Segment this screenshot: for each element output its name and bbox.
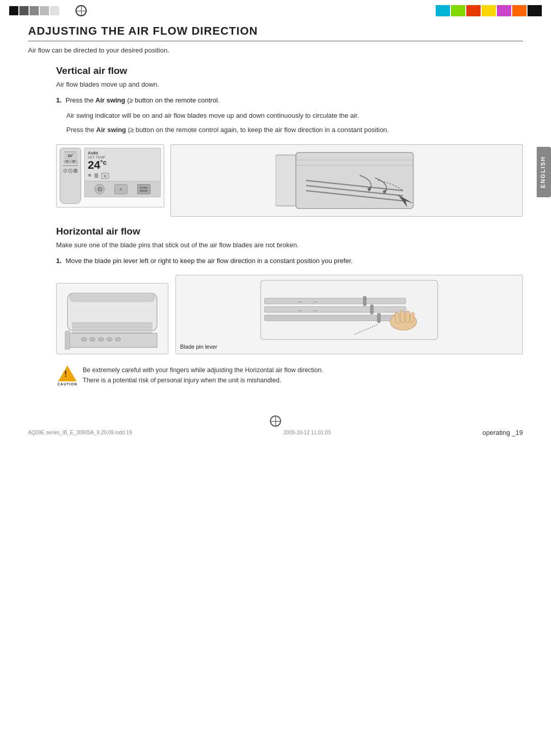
remote-display-panel: Auto SET TEMP 24°c ❄ ||| ≡ ⏻ ≡ TurboMode [84, 148, 161, 198]
ac-unit-svg [61, 289, 163, 350]
bottom-reg-mark [0, 411, 551, 429]
horiz-step-number: 1. [56, 257, 62, 265]
svg-point-19 [107, 337, 112, 341]
remote-top-display: Auto SET TEMP 24°c ❄ ||| ≡ [85, 148, 160, 182]
svg-rect-11 [72, 323, 153, 325]
horiz-step-text: Move the blade pin lever left or right t… [65, 257, 353, 265]
footer-date: 2009-10-12 11:01:03 [284, 430, 331, 435]
svg-rect-25 [264, 315, 406, 321]
horizontal-step1: 1. Move the blade pin lever left or righ… [56, 256, 523, 266]
svg-rect-26 [363, 297, 366, 306]
color-bar [436, 5, 542, 16]
caution-triangle [58, 366, 77, 381]
ac-unit-illustration [56, 283, 168, 354]
vertical-step1: 1. Press the Air swing (≥ button on the … [56, 95, 523, 106]
caution-word: CAUTION [58, 382, 78, 386]
svg-text:→: → [312, 306, 318, 314]
airflow-blade-illustration [170, 144, 523, 217]
svg-rect-32 [406, 311, 410, 323]
svg-point-20 [115, 337, 121, 341]
language-tab: ENGLISH [537, 147, 551, 197]
blade-pin-illustration: ← → ← → Blade pin lever [176, 275, 523, 354]
vertical-note1: Air swing indicator will be on and air f… [66, 111, 523, 121]
power-btn[interactable]: ⏻ [94, 184, 105, 194]
air-swing-bold2: Air swing [96, 126, 127, 134]
svg-rect-27 [370, 305, 373, 314]
svg-rect-21 [65, 331, 70, 350]
remote-control-illustration: 24° T [60, 148, 81, 204]
caution-icon: CAUTION [56, 366, 79, 386]
remote-bottom-buttons: ⏻ ≡ TurboMode [85, 181, 160, 197]
airflow-svg [276, 150, 418, 211]
air-swing-bold: Air swing [95, 96, 126, 104]
remote-panel: 24° T [56, 144, 164, 207]
vertical-section-desc: Air flow blades move up and down. [56, 81, 523, 88]
temp-display: 24°c [88, 159, 157, 172]
svg-rect-13 [72, 329, 153, 332]
page-content: ENGLISH ADJUSTING THE AIR FLOW DIRECTION… [0, 24, 551, 411]
top-bar [0, 0, 551, 19]
step-text: Press the Air swing (≥ button on the rem… [65, 96, 219, 104]
svg-point-18 [98, 337, 104, 341]
svg-rect-10 [70, 294, 155, 302]
svg-rect-0 [276, 155, 296, 206]
caution-box: CAUTION Be extremely careful with your f… [56, 366, 523, 386]
svg-point-17 [90, 337, 95, 341]
registration-mark-top-center [76, 5, 87, 16]
vertical-note2: Press the Air swing (≥ button on the rem… [66, 125, 523, 135]
vertical-images: 24° T [56, 144, 523, 217]
horizontal-section-desc: Make sure one of the blade pins that sti… [56, 241, 523, 249]
horizontal-images: ← → ← → Blade pin lever [56, 275, 523, 354]
blade-pin-svg: ← → ← → [180, 279, 518, 341]
svg-point-16 [81, 337, 87, 341]
page-title: ADJUSTING THE AIR FLOW DIRECTION [28, 24, 523, 41]
horizontal-section-title: Horizontal air flow [56, 226, 523, 237]
svg-rect-12 [72, 326, 153, 328]
svg-rect-23 [264, 298, 406, 304]
vertical-section-title: Vertical air flow [56, 65, 523, 76]
auto-label: Auto [88, 150, 157, 155]
reg-marks-left [9, 5, 87, 16]
svg-text:←: ← [297, 306, 304, 314]
svg-text:←: ← [297, 298, 304, 305]
svg-rect-31 [400, 310, 405, 323]
swing-btn[interactable]: ≡ [114, 184, 128, 194]
svg-rect-24 [264, 307, 406, 312]
footer-doc-info: AQ09E series_IB_E_30905A_9.29.09.indd 19 [28, 430, 132, 435]
svg-text:→: → [312, 298, 318, 305]
page-number: operating _19 [482, 429, 523, 436]
step-number: 1. [56, 96, 62, 104]
svg-rect-15 [67, 333, 157, 348]
turbo-btn[interactable]: TurboMode [137, 184, 151, 194]
svg-rect-28 [378, 314, 381, 323]
caution-text: Be extremely careful with your fingers w… [83, 366, 323, 385]
page-subtitle: Air flow can be directed to your desired… [28, 46, 523, 54]
blade-pin-label: Blade pin lever [180, 344, 518, 350]
